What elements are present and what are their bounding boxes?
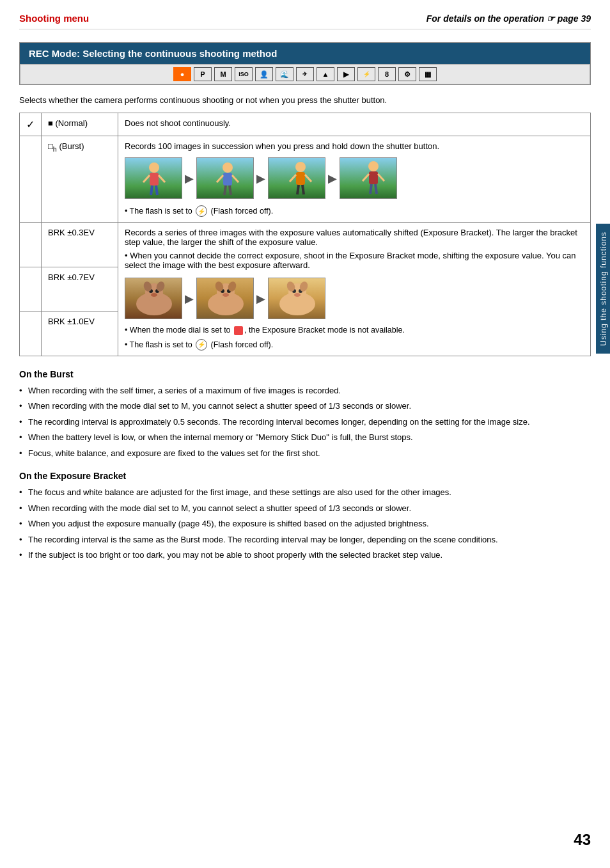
burst-check-cell <box>20 136 42 223</box>
flash-icon: ⚡ <box>196 205 207 217</box>
svg-line-5 <box>156 185 157 195</box>
bracket-arrow-2: ▶ <box>256 292 265 306</box>
svg-line-8 <box>217 175 223 182</box>
list-item: When recording with the self timer, a se… <box>19 384 591 397</box>
svg-rect-7 <box>223 173 232 185</box>
svg-line-21 <box>378 174 384 181</box>
section-title: Shooting menu <box>19 13 89 24</box>
brk-desc: Records a series of three images with th… <box>118 223 591 356</box>
8-mode-icon: 8 <box>378 67 396 81</box>
burst-image-2 <box>196 157 254 199</box>
burst-flash-note: • The flash is set to ⚡ (Flash forced of… <box>125 205 584 217</box>
svg-point-42 <box>294 293 301 297</box>
brk10-check <box>20 312 42 356</box>
table-row: □h (Burst) Records 100 images in success… <box>20 136 591 223</box>
svg-point-6 <box>223 162 233 173</box>
side-tab: Using the shooting functions <box>596 224 610 354</box>
twilight-mode-icon: ⚡ <box>357 67 375 81</box>
page-number: 43 <box>574 831 591 849</box>
burst-mode-desc: Records 100 images in succession when yo… <box>118 136 591 223</box>
brk07-check <box>20 267 42 312</box>
burst-mode-label: □h (Burst) <box>42 136 118 223</box>
table-row: ✓ ■ (Normal) Does not shoot continuously… <box>20 113 591 136</box>
burst-image-4 <box>340 157 397 199</box>
svg-point-18 <box>368 161 379 171</box>
normal-mode-desc: Does not shoot continuously. <box>118 113 591 136</box>
list-item: The recording interval is approximately … <box>19 416 591 429</box>
cam-red-icon <box>234 326 243 335</box>
list-item: When recording with the mode dial set to… <box>19 400 591 413</box>
bracket-mode-note-1: • When the mode dial is set to , the Exp… <box>125 326 584 335</box>
svg-line-17 <box>302 185 304 194</box>
mode-icon-bar: ● P M ISO 👤 🌊 ✈ ▲ ▶ ⚡ 8 ⚙ ▦ <box>20 64 590 84</box>
list-item: If the subject is too bright or too dark… <box>19 549 591 562</box>
iso-mode-icon: ISO <box>235 67 253 81</box>
brk03-check <box>20 223 42 267</box>
svg-point-12 <box>295 162 306 172</box>
svg-line-11 <box>230 185 231 195</box>
svg-line-22 <box>370 184 371 194</box>
svg-line-9 <box>232 175 239 182</box>
section-subtitle: Selects whether the camera performs cont… <box>19 95 591 105</box>
bracket-flash-note: • The flash is set to ⚡ (Flash forced of… <box>125 339 584 351</box>
svg-point-0 <box>149 162 159 173</box>
page-reference: For details on the operation ☞ page 39 <box>426 13 591 24</box>
flash-icon-2: ⚡ <box>196 339 207 351</box>
settings-mode-icon: ⚙ <box>398 67 416 81</box>
svg-line-10 <box>224 185 226 195</box>
on-burst-heading: On the Burst <box>19 369 591 379</box>
brk03-label: BRK ±0.3EV <box>42 223 118 267</box>
landscape-mode-icon: ▲ <box>317 67 334 81</box>
on-exposure-list: The focus and white balance are adjusted… <box>19 486 591 562</box>
check-cell: ✓ <box>20 113 42 136</box>
svg-line-15 <box>305 175 311 182</box>
on-burst-list: When recording with the self timer, a se… <box>19 384 591 460</box>
playback-mode-icon: ▶ <box>337 67 355 81</box>
svg-line-23 <box>375 184 377 194</box>
grid-mode-icon: ▦ <box>419 67 437 81</box>
scene-mode-icon: 🌊 <box>276 67 293 81</box>
normal-mode-label: ■ (Normal) <box>42 113 118 136</box>
list-item: When you adjust the exposure manually (p… <box>19 517 591 530</box>
table-row: BRK ±0.3EV Records a series of three ima… <box>20 223 591 267</box>
brk10-label: BRK ±1.0EV <box>42 312 118 356</box>
burst-image-1 <box>125 157 182 199</box>
list-item: The recording interval is the same as th… <box>19 533 591 546</box>
list-item: When the battery level is low, or when t… <box>19 431 591 444</box>
arrow-icon-2: ▶ <box>256 171 265 185</box>
modes-table: ✓ ■ (Normal) Does not shoot continuously… <box>19 113 591 356</box>
svg-line-20 <box>363 174 369 181</box>
bracket-image-3 <box>268 278 325 319</box>
portrait-mode-icon: 👤 <box>255 67 273 81</box>
svg-point-28 <box>151 293 157 297</box>
section-title-bar: REC Mode: Selecting the continuous shoot… <box>20 43 590 64</box>
svg-line-2 <box>143 175 150 182</box>
svg-rect-1 <box>150 173 159 185</box>
svg-line-4 <box>151 185 152 195</box>
page-header: Shooting menu For details on the operati… <box>19 13 591 29</box>
sports-mode-icon: ✈ <box>296 67 314 81</box>
list-item: The focus and white balance are adjusted… <box>19 486 591 499</box>
arrow-icon-1: ▶ <box>185 171 194 185</box>
list-item: Focus, white balance, and exposure are f… <box>19 447 591 460</box>
bracket-image-1 <box>125 278 182 319</box>
arrow-icon-3: ▶ <box>328 171 337 185</box>
camera-mode-icon: ● <box>173 67 191 81</box>
svg-rect-13 <box>296 172 305 185</box>
bracket-image-2 <box>196 278 254 319</box>
on-burst-section: On the Burst When recording with the sel… <box>19 369 591 460</box>
m-mode-icon: M <box>214 67 232 81</box>
bracket-images-row: ▶ ▶ <box>125 278 584 319</box>
rec-mode-section: REC Mode: Selecting the continuous shoot… <box>19 42 591 85</box>
svg-line-16 <box>297 185 299 194</box>
on-exposure-section: On the Exposure Bracket The focus and wh… <box>19 471 591 562</box>
p-mode-icon: P <box>194 67 212 81</box>
list-item: When recording with the mode dial set to… <box>19 502 591 515</box>
brk07-label: BRK ±0.7EV <box>42 267 118 312</box>
burst-images-row: ▶ ▶ <box>125 157 584 199</box>
burst-image-3 <box>268 157 325 199</box>
svg-line-3 <box>159 175 165 182</box>
svg-rect-19 <box>369 171 378 184</box>
svg-point-35 <box>223 293 229 297</box>
svg-line-14 <box>290 175 296 182</box>
